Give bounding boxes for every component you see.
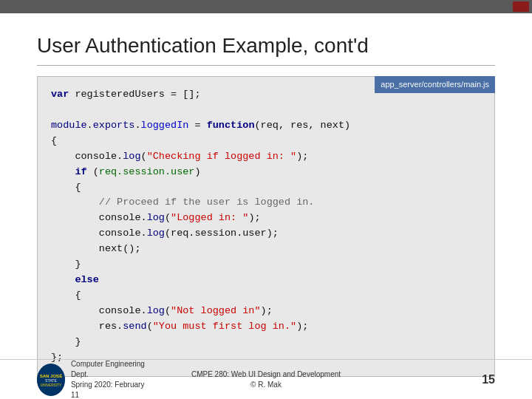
footer-date: Spring 2020: February 11: [71, 380, 151, 400]
footer-course: CMPE 280: Web UI Design and Development: [151, 369, 381, 380]
footer-instructor: © R. Mak: [151, 380, 381, 390]
svg-text:STATE: STATE: [45, 378, 57, 383]
footer-page-number: 15: [381, 373, 495, 386]
slide-title: User Authentication Example, cont'd: [37, 34, 495, 58]
svg-text:UNIVERSITY: UNIVERSITY: [41, 383, 62, 387]
top-bar-accent: [513, 1, 529, 12]
footer-left: SAN JOSÉ STATE UNIVERSITY Computer Engin…: [37, 359, 151, 400]
footer-center: CMPE 280: Web UI Design and Development …: [151, 369, 381, 390]
file-badge: app_server/controllers/main.js: [375, 76, 495, 93]
slide-content: User Authentication Example, cont'd app_…: [0, 13, 532, 377]
code-block: var registeredUsers = []; module.exports…: [51, 87, 481, 366]
svg-text:SAN JOSÉ: SAN JOSÉ: [40, 372, 62, 378]
sjsu-logo: SAN JOSÉ STATE UNIVERSITY: [37, 364, 65, 396]
footer: SAN JOSÉ STATE UNIVERSITY Computer Engin…: [0, 359, 532, 399]
title-divider: [37, 65, 495, 66]
top-bar: [0, 0, 532, 13]
footer-dept: Computer Engineering Dept.: [71, 359, 151, 380]
code-area: app_server/controllers/main.js var regis…: [37, 76, 495, 377]
